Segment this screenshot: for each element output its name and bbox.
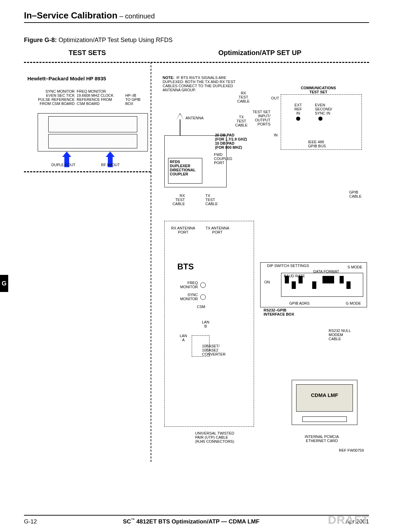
utp-label: UNIVERSAL TWISTED PAIR (UTP) CABLE (RJ45…	[195, 431, 234, 443]
sync-label: SYNC MONITOR EVEN SEC TICK PULSE REFEREN…	[34, 89, 75, 106]
tx-cable-2: TX TEST CABLE	[205, 194, 218, 206]
csm-label: CSM	[197, 305, 205, 309]
running-header: In–Service Calibration – continued	[24, 10, 369, 21]
figure-label: Figure G-8:	[24, 37, 57, 43]
hp-lower-panel	[48, 134, 137, 148]
sync-port	[200, 294, 206, 300]
ref-number: REF FW00759	[339, 448, 364, 452]
lan-a: LAN A	[180, 334, 187, 342]
tx-test-cable: TX TEST CABLE	[235, 115, 248, 127]
rs232-null: RS232 NULL MODEM CABLE	[329, 329, 351, 341]
freq-monitor: FREQ MONITOR	[177, 281, 198, 289]
on-label: ON	[264, 280, 270, 284]
header-title: In–Service Calibration	[24, 10, 117, 21]
gpib-adrs: GPIB ADRS	[289, 301, 309, 305]
figure-text: Optimization/ATP Test Setup Using RFDS	[57, 37, 173, 43]
freq-label: FREQ MONITOR 19.6608 MHZ CLOCK REFERENCE…	[77, 89, 114, 106]
rs232-box-label: RS232–GPIB INTERFACE BOX	[264, 308, 294, 316]
s-mode: S MODE	[347, 265, 362, 269]
header-rule	[24, 22, 369, 23]
tx-ant-port: TX ANTENNA PORT	[202, 226, 233, 234]
converter-box	[192, 335, 210, 357]
page-footer: G-12 SC™ 4812ET BTS Optimization/ATP — C…	[0, 515, 393, 525]
cdma-keyboard	[302, 416, 347, 422]
pcmcia-label: INTERNAL PCMCIA ETHERNET CARD	[298, 435, 346, 443]
hpib-label: HP–IB TO GPIB BOX	[125, 93, 140, 106]
antenna-label: ANTENNA	[186, 116, 204, 120]
cdma-screen: CDMA LMF	[296, 384, 353, 412]
section-tab-g: G	[0, 275, 8, 292]
lan-b: LAN B	[202, 320, 209, 328]
rx-cable-2: RX TEST CABLE	[169, 194, 185, 206]
hp-device	[38, 113, 148, 151]
section-atp-setup: Optimization/ATP SET UP	[151, 49, 369, 57]
rx-test-cable: RX TEST CABLE	[237, 91, 250, 103]
bts-label: BTS	[177, 262, 194, 271]
section-labels: TEST SETS Optimization/ATP SET UP	[24, 49, 369, 57]
coupler-box: RFDS DUPLEXER DIRECTIONAL COUPLER	[164, 135, 227, 187]
figure-caption: Figure G-8: Optimization/ATP Test Setup …	[24, 37, 369, 44]
out-label: OUT	[271, 96, 279, 100]
freq-port	[200, 282, 206, 288]
antenna-stem	[180, 119, 180, 136]
data-format: DATA FORMAT	[313, 269, 339, 274]
section-test-sets: TEST SETS	[24, 49, 151, 57]
comm-test-set-box	[281, 94, 362, 150]
header-cont: – continued	[117, 12, 155, 20]
coupler-label: RFDS DUPLEXER DIRECTIONAL COUPLER	[168, 158, 202, 184]
dip-title: DIP SWITCH SETTINGS	[267, 264, 309, 268]
ext-ref-port	[296, 117, 300, 121]
hp-title: Hewlett–Packard Model HP 8935	[27, 76, 106, 81]
antenna-icon	[177, 113, 183, 119]
baud-rate: BAUD RATE	[284, 274, 305, 278]
comm-test-set: COMMUNICATIONS TEST SET	[294, 86, 342, 94]
in-label: IN	[274, 133, 278, 137]
footer-title: SC™ 4812ET BTS Optimization/ATP — CDMA L…	[123, 518, 259, 525]
duplex-out: DUPLEX OUT	[51, 163, 75, 167]
rf-inout: RF IN/OUT	[101, 163, 120, 167]
gpib-cable: GPIB CABLE	[349, 190, 362, 198]
sync-in-port	[318, 117, 322, 121]
vertical-dash	[151, 62, 151, 462]
left-bottom-dash	[24, 171, 151, 172]
diagram-area: Hewlett–Packard Model HP 8935 SYNC MONIT…	[24, 58, 369, 462]
top-dash	[24, 62, 369, 63]
sync-monitor: SYNC MONITOR	[177, 293, 198, 301]
cdma-box: CDMA LMF	[292, 380, 357, 425]
test-set-ports: TEST SET INPUT/ OUTPUT PORTS	[250, 110, 270, 126]
footer-rule	[24, 515, 369, 516]
g-mode: G MODE	[346, 301, 361, 305]
page-number: G-12	[24, 518, 37, 525]
note-text: NOTE: IF BTS RX/TX SIGNALS ARE DUPLEXED:…	[163, 76, 248, 92]
hp-upper-panel	[48, 116, 137, 132]
rx-ant-port: RX ANTENNA PORT	[168, 226, 199, 234]
draft-watermark: DRAFT	[328, 513, 369, 527]
